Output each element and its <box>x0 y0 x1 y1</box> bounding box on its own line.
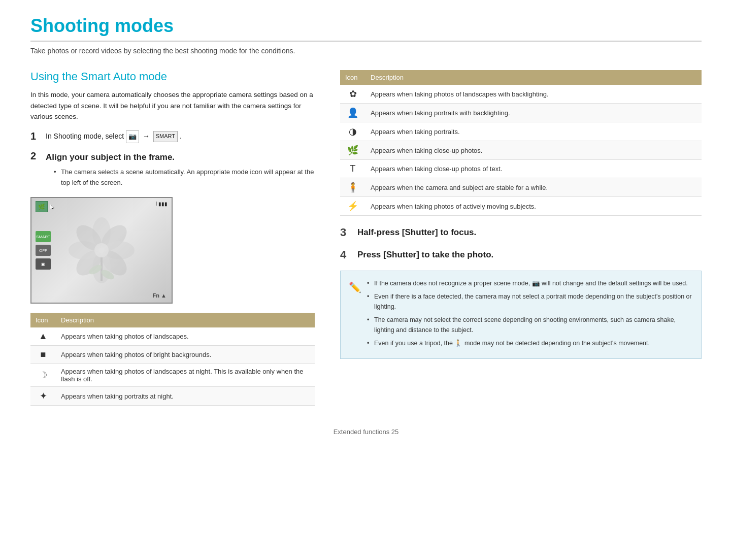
page-subtitle: Take photos or record videos by selectin… <box>30 47 702 55</box>
svg-point-8 <box>94 243 109 257</box>
cam-mode-icon: 🌿 <box>36 201 48 212</box>
note-box: ✏️ If the camera does not recognize a pr… <box>340 271 702 359</box>
cam-frame-btn: ▣ <box>36 258 51 270</box>
right-table-col2: Description <box>365 70 702 85</box>
left-table-desc: Appears when taking photos of landscapes… <box>56 364 315 387</box>
right-table-row: 👤 Appears when taking portraits with bac… <box>340 104 702 122</box>
step-4: 4 Press [Shutter] to take the photo. <box>340 248 702 261</box>
right-table-icon: ✿ <box>340 85 365 104</box>
step-2-bullet: The camera selects a scene automatically… <box>54 167 315 188</box>
note-content: If the camera does not recognize a prope… <box>367 278 693 351</box>
left-table-row: ✦ Appears when taking portraits at night… <box>30 387 315 406</box>
camera-icon: 📷 <box>126 130 139 143</box>
right-table-col1: Icon <box>340 70 365 85</box>
left-table-icon: ▲ <box>30 327 56 346</box>
arrow-icon: → <box>143 132 150 140</box>
right-table-desc: Appears when the camera and subject are … <box>365 178 702 197</box>
left-table-row: ☽ Appears when taking photos of landscap… <box>30 364 315 387</box>
right-table-icon: 👤 <box>340 104 365 122</box>
right-table-icon: T <box>340 160 365 178</box>
left-table-row: ■ Appears when taking photos of bright b… <box>30 346 315 364</box>
step-4-text: Press [Shutter] to take the photo. <box>357 248 493 261</box>
right-table-row: ⚡ Appears when taking photos of actively… <box>340 197 702 216</box>
left-table-icon: ✦ <box>30 387 56 406</box>
cam-fn-label: Fn ▲ <box>153 292 167 299</box>
right-table-icon: 🌿 <box>340 141 365 160</box>
step-1-text: In Shooting mode, select 📷 → SMART . <box>46 130 182 143</box>
right-table-row: ✿ Appears when taking photos of landscap… <box>340 85 702 104</box>
cam-left-buttons: SMART OFF ▣ <box>36 231 51 270</box>
right-table-row: 🧍 Appears when the camera and subject ar… <box>340 178 702 197</box>
left-table-col1: Icon <box>30 313 56 327</box>
step-3-num: 3 <box>340 226 352 239</box>
right-table-desc: Appears when taking photos of landscapes… <box>365 85 702 104</box>
right-table-desc: Appears when taking portraits with backl… <box>365 104 702 122</box>
right-table-desc: Appears when taking portraits. <box>365 122 702 141</box>
right-table-icon: ⚡ <box>340 197 365 216</box>
cam-top-right: I ▮▮▮ <box>155 201 168 207</box>
section-title-smart-auto: Using the Smart Auto mode <box>30 70 315 83</box>
flower-illustration <box>66 215 137 286</box>
step-4-num: 4 <box>340 248 352 261</box>
step-2: 2 Align your subject in the frame. The c… <box>30 150 315 190</box>
cam-top-left: 🌿 I▸ <box>36 201 54 212</box>
right-table-desc: Appears when taking photos of actively m… <box>365 197 702 216</box>
right-table-icon: 🧍 <box>340 178 365 197</box>
left-table-icon: ■ <box>30 346 56 364</box>
step-3-text: Half-press [Shutter] to focus. <box>357 226 476 239</box>
left-table-icon: ☽ <box>30 364 56 387</box>
camera-screen-mockup: 🌿 I▸ I ▮▮▮ SMART OFF ▣ Fn ▲ <box>30 197 173 304</box>
left-icon-table: Icon Description ▲ Appears when taking p… <box>30 313 315 406</box>
note-list-item: If the camera does not recognize a prope… <box>367 278 693 288</box>
note-list-item: Even if you use a tripod, the 🚶 mode may… <box>367 338 693 348</box>
note-list-item: The camera may not select the correct sc… <box>367 315 693 335</box>
step-2-text: Align your subject in the frame. The cam… <box>46 150 315 190</box>
right-table-desc: Appears when taking close-up photos of t… <box>365 160 702 178</box>
step-1-num: 1 <box>30 130 42 142</box>
right-table-desc: Appears when taking close-up photos. <box>365 141 702 160</box>
left-table-row: ▲ Appears when taking photos of landscap… <box>30 327 315 346</box>
left-table-desc: Appears when taking photos of bright bac… <box>56 346 315 364</box>
page-title: Shooting modes <box>30 15 702 42</box>
smart-icon: SMART <box>153 131 178 142</box>
step-1: 1 In Shooting mode, select 📷 → SMART . <box>30 130 315 143</box>
note-list-item: Even if there is a face detected, the ca… <box>367 291 693 312</box>
right-table-icon: ◑ <box>340 122 365 141</box>
right-icon-table: Icon Description ✿ Appears when taking p… <box>340 70 702 216</box>
cam-smart-btn: SMART <box>36 231 51 242</box>
note-icon: ✏️ <box>349 279 361 351</box>
cam-battery-icon: I ▮▮▮ <box>155 201 168 207</box>
page-footer: Extended functions 25 <box>30 428 702 436</box>
left-table-desc: Appears when taking photos of landscapes… <box>56 327 315 346</box>
cam-off-btn: OFF <box>36 245 51 256</box>
left-table-desc: Appears when taking portraits at night. <box>56 387 315 406</box>
left-table-col2: Description <box>56 313 315 327</box>
right-table-row: ◑ Appears when taking portraits. <box>340 122 702 141</box>
right-table-row: T Appears when taking close-up photos of… <box>340 160 702 178</box>
right-table-row: 🌿 Appears when taking close-up photos. <box>340 141 702 160</box>
step-3: 3 Half-press [Shutter] to focus. <box>340 226 702 239</box>
intro-text: In this mode, your camera automatically … <box>30 89 315 122</box>
step-2-num: 2 <box>30 150 42 162</box>
